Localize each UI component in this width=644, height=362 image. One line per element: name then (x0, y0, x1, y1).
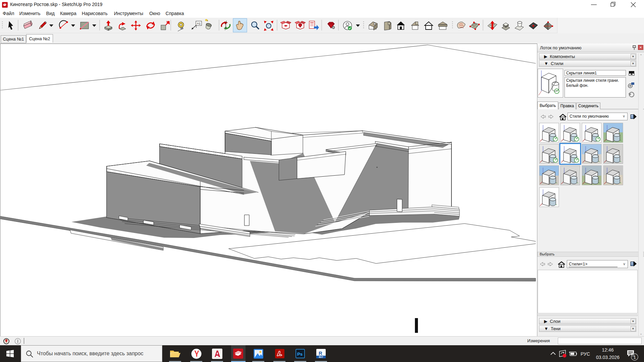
svg-text:R: R (319, 350, 322, 356)
svg-text:1: 1 (634, 355, 636, 360)
svg-text:A1: A1 (197, 22, 201, 25)
svg-text:RVT: RVT (319, 356, 323, 358)
svg-text:Ps: Ps (297, 352, 303, 357)
